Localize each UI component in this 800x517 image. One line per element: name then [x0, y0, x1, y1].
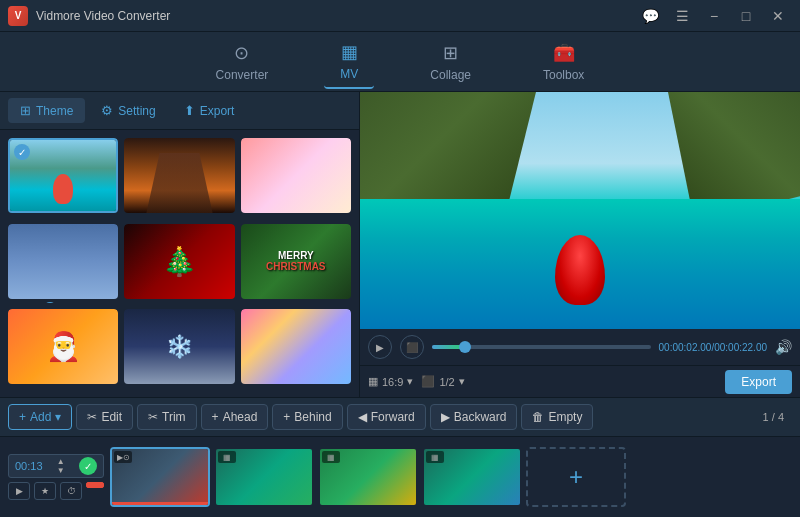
- theme-neat[interactable]: Neat: [124, 138, 234, 218]
- maximize-button[interactable]: □: [732, 5, 760, 27]
- backward-label: Backward: [454, 410, 507, 424]
- theme-chic[interactable]: ● Chic: [8, 224, 118, 304]
- clip-thumb-1: ▶⊙: [112, 449, 208, 505]
- nav-mv[interactable]: ▦ MV: [324, 35, 374, 89]
- backward-button[interactable]: ▶ Backward: [430, 404, 518, 430]
- export-tab-icon: ⬆: [184, 103, 195, 118]
- theme-christmas-eve[interactable]: 🎄 Christmas Eve: [124, 224, 234, 304]
- time-up-btn[interactable]: ▲: [57, 458, 65, 466]
- theme-snowy-night-label: Snowy Night: [124, 384, 234, 389]
- page-dropdown-icon: ▾: [459, 375, 465, 388]
- converter-icon: ⊙: [234, 42, 249, 64]
- add-dropdown-icon: ▾: [55, 410, 61, 424]
- theme-merry-christmas-label: Merry Christmas: [241, 299, 351, 304]
- theme-santa-claus[interactable]: 🎅 Santa Claus: [8, 309, 118, 389]
- clip-indicator-4: ▦: [426, 451, 444, 463]
- chat-button[interactable]: 💬: [636, 5, 664, 27]
- progress-bar[interactable]: [432, 345, 651, 349]
- tab-setting[interactable]: ⚙ Setting: [89, 98, 167, 123]
- setting-tab-icon: ⚙: [101, 103, 113, 118]
- forward-button[interactable]: ◀ Forward: [347, 404, 426, 430]
- timeline-controls: 00:13 ▲ ▼ ✓ ▶ ★ ⏱: [8, 454, 104, 500]
- toolbox-icon: 🧰: [553, 42, 575, 64]
- theme-current-label: Current: [8, 213, 118, 218]
- clip-item-3[interactable]: ▦: [318, 447, 418, 507]
- time-down-btn[interactable]: ▼: [57, 467, 65, 475]
- clip-indicator-3: ▦: [322, 451, 340, 463]
- timeline-red-indicator[interactable]: [86, 482, 104, 488]
- ratio-select[interactable]: ▦ 16:9 ▾: [368, 375, 413, 388]
- empty-button[interactable]: 🗑 Empty: [521, 404, 593, 430]
- export-button[interactable]: Export: [725, 370, 792, 394]
- tab-theme[interactable]: ⊞ Theme: [8, 98, 85, 123]
- theme-santa-claus-label: Santa Claus: [8, 384, 118, 389]
- empty-label: Empty: [548, 410, 582, 424]
- page-select[interactable]: ⬛ 1/2 ▾: [421, 375, 464, 388]
- nav-collage[interactable]: ⊞ Collage: [414, 36, 487, 88]
- clip-thumb-3: ▦: [320, 449, 416, 505]
- add-clip-button[interactable]: +: [526, 447, 626, 507]
- clip-item-1[interactable]: ▶⊙: [110, 447, 210, 507]
- converter-label: Converter: [216, 68, 269, 82]
- trim-label: Trim: [162, 410, 186, 424]
- timeline-clock-btn[interactable]: ⏱: [60, 482, 82, 500]
- time-confirm-btn[interactable]: ✓: [79, 457, 97, 475]
- setting-tab-label: Setting: [118, 104, 155, 118]
- behind-button[interactable]: + Behind: [272, 404, 342, 430]
- forward-label: Forward: [371, 410, 415, 424]
- clip-item-4[interactable]: ▦: [422, 447, 522, 507]
- edit-label: Edit: [101, 410, 122, 424]
- progress-handle[interactable]: [459, 341, 471, 353]
- theme-happy[interactable]: Happy: [241, 138, 351, 218]
- tab-export[interactable]: ⬆ Export: [172, 98, 247, 123]
- theme-christmas-eve-label: Christmas Eve: [124, 299, 234, 304]
- add-button[interactable]: + Add ▾: [8, 404, 72, 430]
- clip-item-2[interactable]: ▦: [214, 447, 314, 507]
- add-icon: +: [19, 410, 26, 424]
- timeline-play-btn[interactable]: ▶: [8, 482, 30, 500]
- forward-icon: ◀: [358, 410, 367, 424]
- ratio-value: 16:9: [382, 376, 403, 388]
- theme-checkmark: ✓: [14, 144, 30, 160]
- top-nav: ⊙ Converter ▦ MV ⊞ Collage 🧰 Toolbox: [0, 32, 800, 92]
- clip-thumb-2: ▦: [216, 449, 312, 505]
- time-value: 00:13: [15, 460, 43, 472]
- collage-label: Collage: [430, 68, 471, 82]
- behind-label: Behind: [294, 410, 331, 424]
- theme-stripes-waves[interactable]: Stripes & Waves: [241, 309, 351, 389]
- ahead-button[interactable]: + Ahead: [201, 404, 269, 430]
- theme-current[interactable]: ✓ Current: [8, 138, 118, 218]
- nav-converter[interactable]: ⊙ Converter: [200, 36, 285, 88]
- stop-button[interactable]: ⬛: [400, 335, 424, 359]
- menu-button[interactable]: ☰: [668, 5, 696, 27]
- behind-icon: +: [283, 410, 290, 424]
- video-bottom-bar: ▦ 16:9 ▾ ⬛ 1/2 ▾ Export: [360, 365, 800, 397]
- minimize-button[interactable]: −: [700, 5, 728, 27]
- app-title: Vidmore Video Converter: [36, 9, 636, 23]
- clip-indicator-1: ▶⊙: [114, 451, 132, 463]
- ahead-icon: +: [212, 410, 219, 424]
- empty-icon: 🗑: [532, 410, 544, 424]
- volume-icon[interactable]: 🔊: [775, 339, 792, 355]
- trim-icon: ✂: [148, 410, 158, 424]
- close-button[interactable]: ✕: [764, 5, 792, 27]
- add-clip-icon: +: [569, 463, 583, 491]
- play-button[interactable]: ▶: [368, 335, 392, 359]
- main-content: ⊞ Theme ⚙ Setting ⬆ Export ✓ Current: [0, 92, 800, 397]
- edit-button[interactable]: ✂ Edit: [76, 404, 133, 430]
- nav-toolbox[interactable]: 🧰 Toolbox: [527, 36, 600, 88]
- theme-snowy-night[interactable]: ❄️ Snowy Night: [124, 309, 234, 389]
- trim-button[interactable]: ✂ Trim: [137, 404, 197, 430]
- right-panel: ▶ ⬛ 00:00:02.00/00:00:22.00 🔊 ▦ 16:9 ▾ ⬛…: [360, 92, 800, 397]
- backward-icon: ▶: [441, 410, 450, 424]
- left-panel: ⊞ Theme ⚙ Setting ⬆ Export ✓ Current: [0, 92, 360, 397]
- time-display: 00:00:02.00/00:00:22.00: [659, 342, 767, 353]
- add-label: Add: [30, 410, 51, 424]
- theme-neat-label: Neat: [124, 213, 234, 218]
- page-counter: 1 / 4: [755, 411, 792, 423]
- theme-merry-christmas[interactable]: MERRY CHRISTMAS Merry Christmas: [241, 224, 351, 304]
- timeline-star-btn[interactable]: ★: [34, 482, 56, 500]
- export-tab-label: Export: [200, 104, 235, 118]
- edit-icon: ✂: [87, 410, 97, 424]
- mv-label: MV: [340, 67, 358, 81]
